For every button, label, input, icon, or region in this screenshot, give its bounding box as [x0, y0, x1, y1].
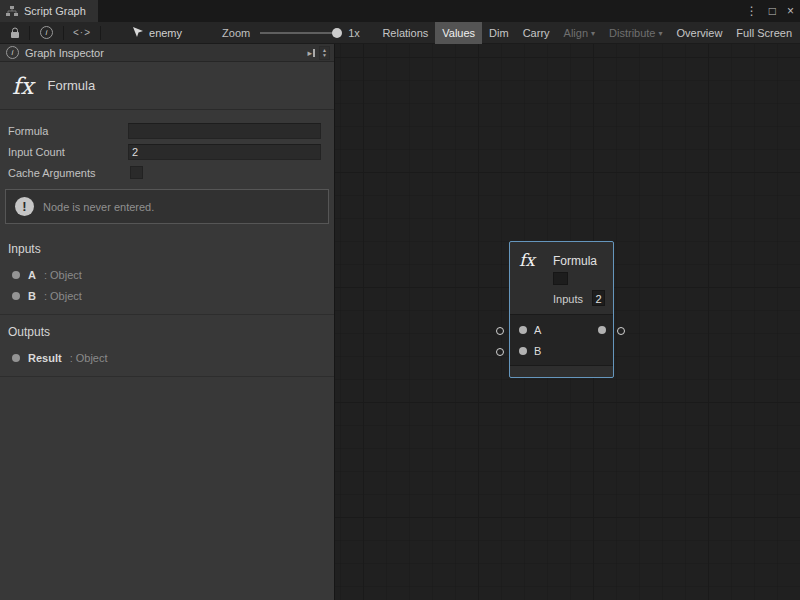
input-port-b-icon[interactable] [519, 347, 527, 355]
outputs-section-title: Outputs [0, 323, 334, 347]
fx-icon: fx [519, 250, 535, 270]
distribute-button-label: Distribute [609, 27, 655, 39]
overview-button[interactable]: Overview [670, 22, 730, 44]
input-a-name: A [28, 269, 36, 281]
input-b-name: B [28, 290, 36, 302]
toolbar-separator [29, 26, 30, 40]
output-port-result-row: Result : Object [0, 347, 334, 368]
input-count-field-label: Input Count [8, 146, 128, 158]
formula-node[interactable]: fx Formula Inputs 2 A B [509, 241, 614, 378]
pointer-icon [132, 26, 144, 40]
scroll-down-icon: ▼ [322, 53, 327, 58]
formula-field-row: Formula [8, 120, 321, 141]
warning-text: Node is never entered. [43, 201, 154, 213]
node-formula-input[interactable] [553, 272, 568, 285]
warning-box: ! Node is never entered. [5, 189, 329, 224]
port-ring-result-icon[interactable] [617, 327, 625, 335]
dropdown-arrow-icon: ▾ [591, 29, 595, 38]
zoom-value: 1x [348, 27, 360, 39]
inspector-header: i Graph Inspector ▸ ▲ ▼ [0, 44, 334, 62]
inspector-header-title: Graph Inspector [25, 47, 104, 59]
input-count-input[interactable] [128, 144, 321, 160]
input-port-b-row: B : Object [0, 285, 334, 306]
cache-arguments-checkbox[interactable] [130, 166, 143, 179]
script-graph-icon [6, 6, 18, 17]
dock-arrow: ▸ [308, 48, 313, 58]
align-button[interactable]: Align ▾ [557, 22, 602, 44]
info-toggle-icon[interactable]: i [40, 26, 53, 39]
node-inputs-label: Inputs [553, 293, 583, 305]
input-a-type: : Object [44, 269, 82, 281]
cache-arguments-field-label: Cache Arguments [8, 167, 128, 179]
zoom-slider-knob[interactable] [332, 28, 342, 38]
zoom-label: Zoom [222, 27, 250, 39]
graph-toolbar: i <·> enemy Zoom 1x Relations Values Dim… [0, 22, 800, 44]
port-dot-icon [12, 292, 20, 300]
close-icon[interactable]: × [787, 0, 794, 22]
node-ports: A B [510, 314, 613, 366]
zoom-slider-track [260, 32, 340, 34]
fullscreen-button[interactable]: Full Screen [729, 22, 799, 44]
code-preview-icon[interactable]: <·> [69, 22, 95, 44]
graph-inspector-panel: i Graph Inspector ▸ ▲ ▼ fx Formula Formu… [0, 44, 335, 600]
dropdown-arrow-icon: ▾ [659, 29, 663, 38]
output-result-type: : Object [70, 352, 108, 364]
node-title: Formula [553, 254, 597, 268]
port-ring-a-icon[interactable] [496, 327, 504, 335]
toolbar-separator [63, 26, 64, 40]
maximize-icon[interactable]: □ [769, 0, 776, 22]
outputs-section: Outputs Result : Object [0, 315, 334, 377]
inputs-section: Inputs A : Object B : Object [0, 232, 334, 315]
relations-button[interactable]: Relations [375, 22, 435, 44]
node-port-a-label: A [534, 324, 541, 336]
window-controls: ⋮ □ × [746, 0, 794, 22]
toolbar-separator [100, 26, 101, 40]
dock-panel-icon[interactable]: ▸ [308, 48, 316, 58]
port-dot-icon [12, 354, 20, 362]
output-port-result-icon[interactable] [598, 326, 606, 334]
values-button[interactable]: Values [435, 22, 482, 44]
cache-arguments-field-row: Cache Arguments [8, 162, 321, 183]
graph-target-label: enemy [149, 27, 182, 39]
input-b-type: : Object [44, 290, 82, 302]
toolbar-buttons: Relations Values Dim Carry Align ▾ Distr… [375, 22, 799, 44]
input-port-a-row: A : Object [0, 264, 334, 285]
tab-label: Script Graph [24, 5, 86, 17]
input-count-field-row: Input Count [8, 141, 321, 162]
panel-scroll-icon[interactable]: ▲ ▼ [319, 46, 330, 60]
lock-icon[interactable] [6, 22, 24, 44]
input-port-a-icon[interactable] [519, 326, 527, 334]
window-menu-icon[interactable]: ⋮ [746, 0, 758, 22]
tab-bar: Script Graph ⋮ □ × [0, 0, 800, 22]
unit-title: Formula [47, 78, 95, 93]
output-result-name: Result [28, 352, 62, 364]
info-icon: i [6, 46, 19, 59]
dim-button[interactable]: Dim [482, 22, 516, 44]
inspector-fields: Formula Input Count Cache Arguments [0, 110, 334, 189]
graph-target-selector[interactable]: enemy [132, 26, 182, 40]
node-port-row-b[interactable]: B [510, 342, 613, 360]
node-input-count-field[interactable]: 2 [592, 290, 605, 306]
tab-script-graph[interactable]: Script Graph [0, 0, 98, 22]
port-dot-icon [12, 271, 20, 279]
zoom-slider[interactable] [260, 22, 342, 44]
graph-canvas[interactable]: fx Formula Inputs 2 A B [335, 44, 800, 600]
unity-script-graph-window: Script Graph ⋮ □ × i <·> enemy [0, 0, 800, 600]
port-ring-b-icon[interactable] [496, 348, 504, 356]
formula-input[interactable] [128, 123, 321, 139]
warning-icon: ! [15, 197, 34, 216]
unit-title-block: fx Formula [0, 62, 334, 110]
carry-button[interactable]: Carry [516, 22, 557, 44]
formula-field-label: Formula [8, 125, 128, 137]
inputs-section-title: Inputs [0, 240, 334, 264]
inspector-header-icons: ▸ ▲ ▼ [308, 46, 330, 60]
distribute-button[interactable]: Distribute ▾ [602, 22, 669, 44]
node-port-b-label: B [534, 345, 541, 357]
dock-bar [313, 49, 315, 57]
fx-icon: fx [12, 73, 33, 99]
align-button-label: Align [564, 27, 588, 39]
